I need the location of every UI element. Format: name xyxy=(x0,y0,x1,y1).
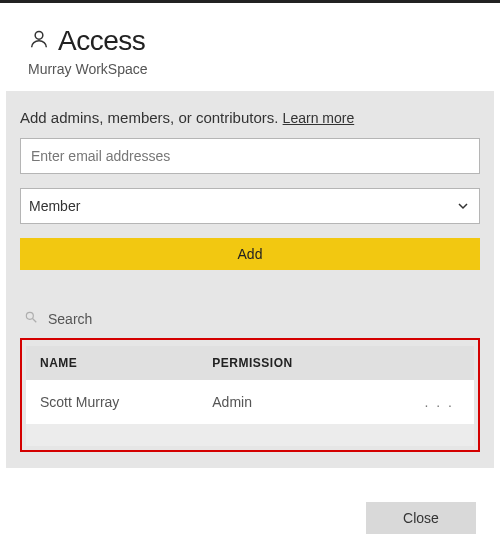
table-spacer xyxy=(26,424,474,446)
workspace-subtitle: Murray WorkSpace xyxy=(28,61,472,77)
instruction-label: Add admins, members, or contributors. xyxy=(20,109,278,126)
close-button[interactable]: Close xyxy=(366,502,476,534)
row-actions-button[interactable]: . . . xyxy=(372,380,474,424)
col-actions xyxy=(372,346,474,380)
svg-line-2 xyxy=(33,319,37,323)
col-name: NAME xyxy=(26,346,198,380)
person-icon xyxy=(28,28,50,54)
instruction-text: Add admins, members, or contributors. Le… xyxy=(20,109,480,126)
col-permission: PERMISSION xyxy=(198,346,372,380)
svg-point-1 xyxy=(26,312,33,319)
table-header-row: NAME PERMISSION xyxy=(26,346,474,380)
svg-point-0 xyxy=(35,31,43,39)
learn-more-link[interactable]: Learn more xyxy=(283,110,355,126)
role-select[interactable]: Member xyxy=(20,188,480,224)
footer: Close xyxy=(366,502,476,534)
search-icon xyxy=(24,310,38,328)
add-button[interactable]: Add xyxy=(20,238,480,270)
members-table-highlight: NAME PERMISSION Scott Murray Admin . . . xyxy=(20,338,480,452)
cell-name: Scott Murray xyxy=(26,380,198,424)
title-row: Access xyxy=(28,25,472,57)
cell-permission: Admin xyxy=(198,380,372,424)
access-panel: Add admins, members, or contributors. Le… xyxy=(6,91,494,468)
header: Access Murray WorkSpace xyxy=(0,3,500,91)
search-row[interactable]: Search xyxy=(20,310,480,328)
email-input[interactable] xyxy=(20,138,480,174)
members-table: NAME PERMISSION Scott Murray Admin . . . xyxy=(26,346,474,446)
page-title: Access xyxy=(58,25,145,57)
search-label: Search xyxy=(48,311,92,327)
table-row: Scott Murray Admin . . . xyxy=(26,380,474,424)
